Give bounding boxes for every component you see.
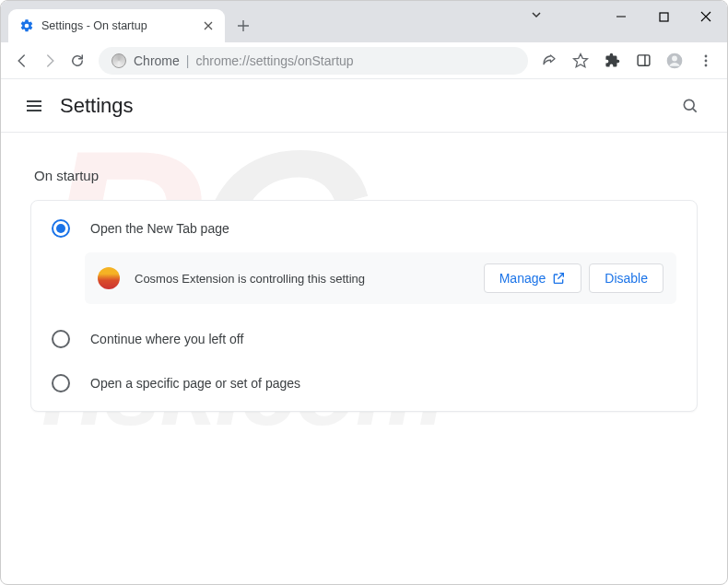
open-external-icon xyxy=(551,271,566,286)
url-path: chrome://settings/onStartup xyxy=(195,53,353,68)
browser-tab[interactable]: Settings - On startup xyxy=(8,9,225,42)
svg-point-5 xyxy=(705,59,708,62)
extensions-icon[interactable] xyxy=(598,47,626,75)
profile-icon[interactable] xyxy=(661,47,688,75)
option-label: Open the New Tab page xyxy=(90,221,229,236)
side-panel-icon[interactable] xyxy=(629,47,657,75)
section-title: On startup xyxy=(34,168,698,183)
kebab-menu-icon[interactable] xyxy=(692,47,720,75)
controller-message: Cosmos Extension is controlling this set… xyxy=(135,272,476,286)
omnibox[interactable]: Chrome | chrome://settings/onStartup xyxy=(99,47,528,75)
hamburger-menu-icon[interactable] xyxy=(16,88,53,124)
tab-title: Settings - On startup xyxy=(41,19,201,32)
settings-content: On startup Open the New Tab page Cosmos … xyxy=(1,133,727,432)
radio-selected-icon[interactable] xyxy=(52,219,70,238)
manage-button[interactable]: Manage xyxy=(484,263,582,293)
startup-card: Open the New Tab page Cosmos Extension i… xyxy=(30,200,698,412)
close-window-button[interactable] xyxy=(685,1,727,32)
option-specific-pages[interactable]: Open a specific page or set of pages xyxy=(31,361,697,405)
svg-rect-1 xyxy=(638,55,650,65)
radio-icon[interactable] xyxy=(52,330,70,348)
tab-search-button[interactable] xyxy=(530,8,543,21)
share-icon[interactable] xyxy=(535,47,563,75)
svg-rect-0 xyxy=(660,13,668,21)
minimize-button[interactable] xyxy=(600,1,642,32)
close-tab-icon[interactable] xyxy=(201,18,216,33)
location-bar: Chrome | chrome://settings/onStartup xyxy=(1,42,727,79)
back-button[interactable] xyxy=(8,47,36,75)
svg-point-6 xyxy=(705,64,708,66)
option-label: Continue where you left off xyxy=(90,332,243,346)
option-continue[interactable]: Continue where you left off xyxy=(31,317,697,361)
svg-point-3 xyxy=(672,55,677,61)
extension-icon xyxy=(98,267,120,289)
search-icon[interactable] xyxy=(672,88,709,124)
maximize-button[interactable] xyxy=(642,1,685,32)
page-title: Settings xyxy=(60,94,134,118)
browser-titlebar: Settings - On startup xyxy=(1,1,727,42)
gear-icon xyxy=(19,18,34,33)
svg-point-7 xyxy=(684,99,694,110)
url-scheme-label: Chrome xyxy=(134,53,180,68)
bookmark-icon[interactable] xyxy=(567,47,594,75)
disable-button[interactable]: Disable xyxy=(589,263,663,293)
chrome-icon xyxy=(112,53,126,68)
settings-app-bar: Settings xyxy=(1,79,727,133)
option-label: Open a specific page or set of pages xyxy=(90,376,300,391)
new-tab-button[interactable] xyxy=(230,13,256,39)
forward-button[interactable] xyxy=(36,47,64,75)
extension-controller-notice: Cosmos Extension is controlling this set… xyxy=(85,252,676,304)
radio-icon[interactable] xyxy=(52,374,70,392)
reload-button[interactable] xyxy=(64,47,91,75)
svg-point-4 xyxy=(705,54,708,57)
option-new-tab[interactable]: Open the New Tab page xyxy=(31,206,697,251)
